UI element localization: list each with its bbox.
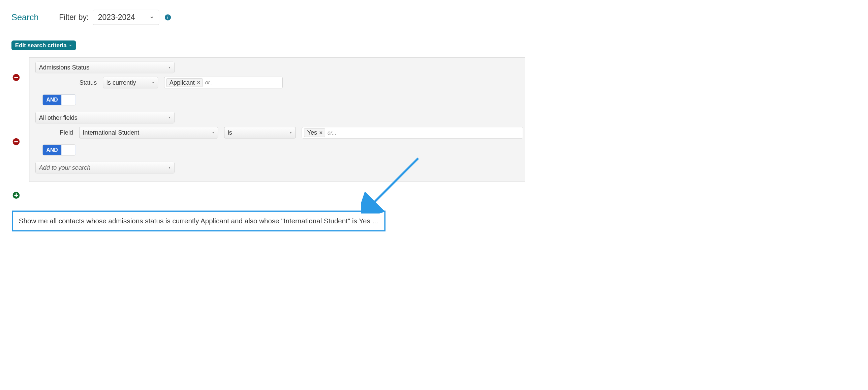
topbar: Search Filter by: 2023-2024 i bbox=[11, 10, 171, 25]
remove-criterion-button[interactable] bbox=[13, 74, 20, 81]
caret-down-icon: ▼ bbox=[168, 66, 171, 69]
edit-badge-label: Edit search criteria bbox=[15, 42, 67, 49]
caret-down-icon: ▼ bbox=[152, 81, 154, 84]
add-to-search-select[interactable]: Add to your search ▼ bbox=[35, 162, 174, 173]
caret-down-icon: ▼ bbox=[212, 131, 215, 134]
token-label: Yes bbox=[307, 129, 317, 136]
filter-by-select[interactable]: 2023-2024 bbox=[93, 10, 159, 25]
field-value: International Student bbox=[83, 129, 139, 136]
category-value: All other fields bbox=[39, 114, 78, 121]
minus-icon bbox=[14, 141, 18, 142]
or-placeholder: or... bbox=[328, 130, 337, 136]
operator-select[interactable]: is currently ▼ bbox=[103, 77, 158, 88]
info-icon[interactable]: i bbox=[165, 14, 171, 20]
category-value: Admissions Status bbox=[39, 64, 90, 71]
criterion-all-other-fields: All other fields ▼ Field International S… bbox=[35, 112, 525, 160]
field-select[interactable]: International Student ▼ bbox=[79, 127, 218, 138]
or-placeholder: or... bbox=[205, 79, 214, 86]
field-label: Status bbox=[72, 79, 97, 86]
token-label: Applicant bbox=[169, 79, 195, 86]
filter-by-label: Filter by: bbox=[59, 13, 89, 22]
category-select[interactable]: All other fields ▼ bbox=[35, 112, 174, 123]
caret-down-icon: ▼ bbox=[168, 116, 171, 119]
chevron-down-icon bbox=[149, 15, 154, 20]
caret-down-icon: ▼ bbox=[289, 131, 292, 134]
search-summary-text: Show me all contacts whose admissions st… bbox=[12, 211, 385, 231]
add-placeholder: Add to your search bbox=[39, 164, 91, 171]
filter-by-container: Filter by: 2023-2024 i bbox=[59, 10, 171, 25]
connector-toggle[interactable]: AND bbox=[42, 94, 76, 105]
page-title[interactable]: Search bbox=[11, 12, 39, 22]
token-yes: Yes ✕ bbox=[304, 129, 325, 137]
caret-down-icon: ▼ bbox=[168, 166, 171, 169]
connector-and: AND bbox=[43, 145, 62, 155]
criterion-admissions-status: Admissions Status ▼ Status is currently … bbox=[35, 62, 525, 110]
minus-icon bbox=[14, 77, 18, 78]
search-criteria-panel: Admissions Status ▼ Status is currently … bbox=[29, 57, 525, 182]
filter-by-value: 2023-2024 bbox=[98, 13, 135, 22]
summary-highlight: Show me all contacts whose admissions st… bbox=[12, 211, 385, 231]
operator-select[interactable]: is ▼ bbox=[224, 127, 296, 138]
field-label: Field bbox=[58, 129, 73, 136]
add-criterion-row: Add to your search ▼ bbox=[35, 162, 525, 173]
plus-icon-vertical bbox=[16, 193, 17, 197]
edit-search-criteria-button[interactable]: Edit search criteria bbox=[11, 40, 76, 50]
remove-token-icon[interactable]: ✕ bbox=[319, 131, 323, 135]
category-select[interactable]: Admissions Status ▼ bbox=[35, 62, 174, 73]
connector-and: AND bbox=[43, 95, 62, 105]
connector-or bbox=[62, 95, 76, 105]
remove-token-icon[interactable]: ✕ bbox=[197, 80, 200, 85]
value-token-input[interactable]: Applicant ✕ or... bbox=[164, 77, 282, 88]
remove-criterion-button[interactable] bbox=[13, 138, 20, 145]
value-token-input[interactable]: Yes ✕ or... bbox=[302, 127, 523, 138]
add-criterion-button[interactable] bbox=[13, 192, 20, 199]
token-applicant: Applicant ✕ bbox=[166, 78, 203, 87]
chevron-down-icon bbox=[69, 44, 72, 47]
operator-value: is bbox=[228, 129, 232, 136]
connector-or bbox=[62, 145, 76, 155]
connector-toggle[interactable]: AND bbox=[42, 144, 76, 155]
operator-value: is currently bbox=[106, 79, 136, 86]
